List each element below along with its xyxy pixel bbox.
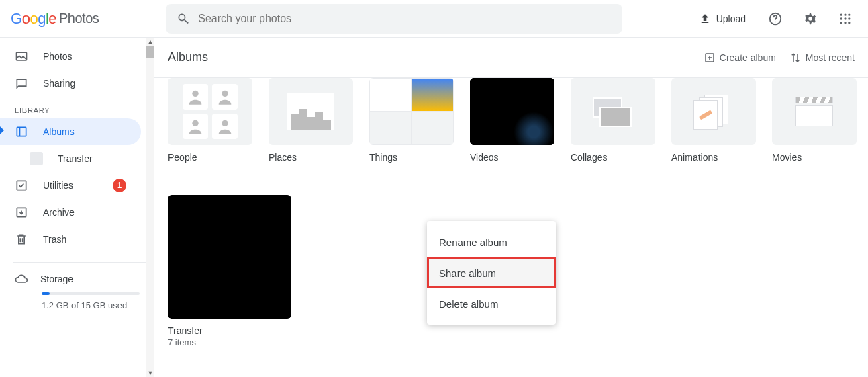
upload-button[interactable]: Upload <box>692 9 753 29</box>
svg-point-18 <box>222 91 228 97</box>
google-photos-logo[interactable]: Google Photos <box>11 10 99 28</box>
category-label: Places <box>269 152 353 163</box>
svg-point-2 <box>840 13 842 15</box>
category-videos[interactable]: Videos <box>470 78 554 163</box>
category-movies[interactable]: Movies <box>772 78 857 163</box>
category-row: People Places Things Videos <box>168 78 855 163</box>
album-title: Transfer <box>168 325 291 336</box>
album-meta: 7 items <box>168 337 291 347</box>
storage-bar <box>42 292 140 295</box>
settings-button[interactable] <box>798 7 822 31</box>
svg-point-20 <box>222 120 228 126</box>
svg-point-10 <box>848 22 850 24</box>
sidebar-item-storage[interactable]: Storage 1.2 GB of 15 GB used <box>0 272 154 310</box>
category-collages[interactable]: Collages <box>571 78 655 163</box>
sort-icon <box>789 52 802 64</box>
cloud-icon <box>15 272 28 286</box>
album-context-menu: Rename album Share album Delete album <box>427 221 556 325</box>
help-icon <box>768 11 783 26</box>
upload-icon <box>699 13 711 25</box>
apps-button[interactable] <box>833 7 857 31</box>
category-people[interactable]: People <box>168 78 252 163</box>
search-bar[interactable] <box>166 4 622 34</box>
sharing-icon <box>15 77 28 90</box>
storage-label: Storage <box>40 274 73 284</box>
scroll-down-icon[interactable]: ▼ <box>146 369 154 377</box>
svg-rect-14 <box>17 181 26 190</box>
sidebar: ▲ ▼ Photos Sharing LIBRARY Albums Transf <box>0 38 154 377</box>
sidebar-item-trash[interactable]: Trash <box>0 226 141 253</box>
svg-point-19 <box>192 120 198 126</box>
svg-point-1 <box>775 21 775 22</box>
action-label: Most recent <box>806 52 855 63</box>
sidebar-label: Albums <box>43 126 75 137</box>
help-button[interactable] <box>763 7 787 31</box>
sort-button[interactable]: Most recent <box>789 52 855 64</box>
sidebar-item-transfer[interactable]: Transfer <box>0 145 141 172</box>
svg-point-9 <box>844 22 846 24</box>
album-thumbnail[interactable] <box>168 195 291 319</box>
trash-icon <box>15 233 28 246</box>
svg-rect-12 <box>17 127 26 136</box>
page-header: Albums Create album Most recent <box>154 38 868 78</box>
album-card[interactable]: Transfer 7 items <box>168 195 291 347</box>
create-album-button[interactable]: Create album <box>704 52 776 64</box>
apps-grid-icon <box>838 12 852 26</box>
action-label: Create album <box>720 52 776 63</box>
scroll-thumb[interactable] <box>146 46 154 58</box>
ctx-share-album[interactable]: Share album <box>427 257 556 288</box>
sidebar-section-library: LIBRARY <box>0 97 154 118</box>
ctx-delete-album[interactable]: Delete album <box>427 288 556 319</box>
category-label: Animations <box>671 152 756 163</box>
gear-icon <box>803 11 818 26</box>
ctx-rename-album[interactable]: Rename album <box>427 226 556 257</box>
sidebar-item-photos[interactable]: Photos <box>0 43 141 70</box>
scroll-up-icon[interactable]: ▲ <box>146 38 154 46</box>
category-places[interactable]: Places <box>269 78 353 163</box>
sidebar-item-sharing[interactable]: Sharing <box>0 70 141 97</box>
sidebar-label: Photos <box>43 51 73 62</box>
app-header: Google Photos Upload <box>0 0 868 38</box>
svg-rect-13 <box>19 127 21 136</box>
category-label: Movies <box>772 152 857 163</box>
divider <box>13 262 154 263</box>
svg-point-3 <box>844 13 846 15</box>
svg-point-8 <box>840 22 842 24</box>
sidebar-label: Sharing <box>43 78 75 89</box>
photo-icon <box>15 50 28 63</box>
category-label: Collages <box>571 152 655 163</box>
sidebar-item-albums[interactable]: Albums <box>0 118 141 145</box>
category-label: Things <box>369 152 454 163</box>
upload-label: Upload <box>716 13 746 24</box>
category-animations[interactable]: Animations <box>671 78 756 163</box>
category-label: People <box>168 152 252 163</box>
sidebar-item-utilities[interactable]: Utilities 1 <box>0 172 141 199</box>
svg-point-5 <box>840 17 842 19</box>
search-icon <box>177 12 190 26</box>
album-thumb-icon <box>30 152 43 165</box>
category-label: Videos <box>470 152 554 163</box>
utilities-icon <box>15 179 28 192</box>
badge-count: 1 <box>113 179 126 192</box>
svg-point-4 <box>848 13 850 15</box>
sidebar-label: Utilities <box>43 180 73 191</box>
search-input[interactable] <box>198 13 612 25</box>
main-content: Albums Create album Most recent <box>154 38 868 377</box>
sidebar-label: Transfer <box>58 153 93 164</box>
sidebar-label: Archive <box>43 207 75 218</box>
svg-point-7 <box>848 17 850 19</box>
sidebar-scrollbar[interactable]: ▲ ▼ <box>146 38 154 377</box>
category-things[interactable]: Things <box>369 78 454 163</box>
sidebar-label: Trash <box>43 234 66 245</box>
svg-point-6 <box>844 17 846 19</box>
page-title: Albums <box>168 50 208 65</box>
archive-icon <box>15 206 28 219</box>
album-icon <box>15 125 28 138</box>
svg-point-17 <box>192 91 198 97</box>
sidebar-item-archive[interactable]: Archive <box>0 199 141 226</box>
plus-box-icon <box>704 52 716 64</box>
storage-text: 1.2 GB of 15 GB used <box>42 300 140 310</box>
